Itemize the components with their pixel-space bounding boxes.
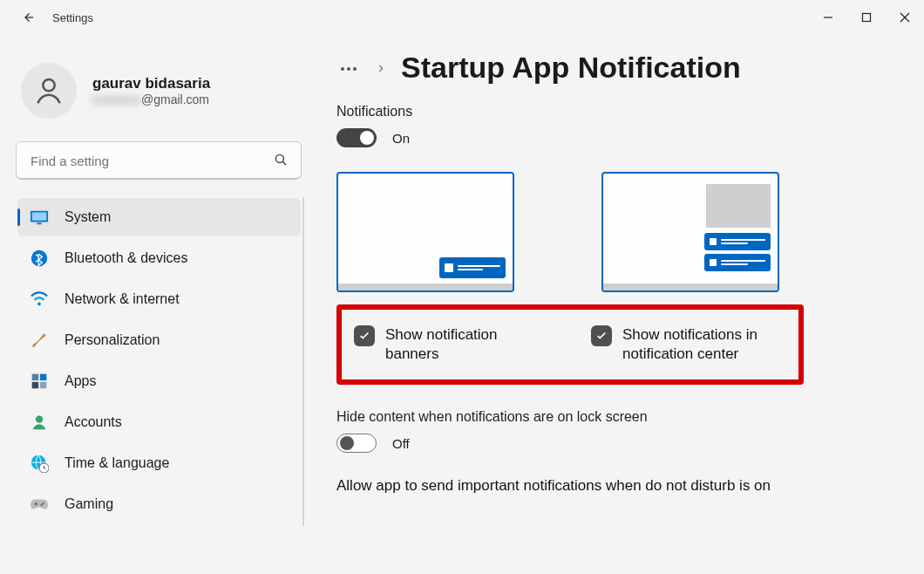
sidebar-item-network[interactable]: Network & internet — [17, 280, 301, 318]
svg-line-6 — [282, 161, 286, 165]
svg-rect-15 — [40, 382, 47, 389]
svg-rect-9 — [37, 222, 42, 224]
sidebar-item-accounts[interactable]: Accounts — [17, 403, 301, 441]
sidebar-item-apps[interactable]: Apps — [17, 362, 301, 400]
svg-point-20 — [41, 504, 43, 506]
search-box[interactable] — [16, 141, 302, 180]
notification-previews — [336, 172, 903, 292]
svg-rect-8 — [32, 213, 47, 221]
highlight-annotation: Show notification banners Show notificat… — [336, 304, 804, 385]
sidebar: gaurav bidasaria xxxxxxx@gmail.com Syste… — [0, 35, 314, 574]
preview-banner[interactable] — [336, 172, 514, 292]
back-button[interactable] — [19, 9, 37, 26]
breadcrumb: › Startup App Notification — [336, 51, 903, 85]
maximize-button[interactable] — [847, 0, 886, 35]
bluetooth-icon — [30, 249, 49, 268]
page-title: Startup App Notification — [401, 51, 741, 85]
minimize-button[interactable] — [809, 0, 847, 35]
sidebar-item-bluetooth[interactable]: Bluetooth & devices — [17, 239, 301, 277]
hide-content-toggle[interactable] — [336, 434, 377, 453]
hide-content-state: Off — [392, 436, 410, 451]
nav: System Bluetooth & devices Network & int… — [16, 195, 305, 526]
titlebar: Settings — [0, 0, 924, 35]
hide-content-label: Hide content when notifications are on l… — [336, 409, 903, 425]
sidebar-item-label: Network & internet — [65, 291, 180, 307]
profile-email: xxxxxxx@gmail.com — [92, 92, 210, 106]
svg-rect-1 — [863, 14, 871, 22]
svg-point-5 — [275, 154, 283, 162]
sidebar-item-label: Apps — [65, 373, 96, 389]
profile-block[interactable]: gaurav bidasaria xxxxxxx@gmail.com — [16, 38, 305, 136]
notifications-toggle[interactable] — [336, 128, 377, 147]
sidebar-item-personalization[interactable]: Personalization — [17, 321, 301, 359]
svg-point-11 — [37, 303, 41, 306]
sidebar-item-gaming[interactable]: Gaming — [17, 485, 301, 523]
close-button[interactable] — [886, 0, 924, 35]
accounts-icon — [30, 413, 49, 432]
show-banners-label: Show notification banners — [385, 325, 549, 364]
show-center-checkbox[interactable] — [591, 325, 612, 346]
search-input[interactable] — [29, 153, 273, 169]
svg-point-19 — [42, 502, 44, 504]
apps-icon — [30, 372, 49, 391]
notifications-label: Notifications — [336, 104, 903, 120]
svg-point-4 — [43, 79, 54, 91]
chevron-right-icon: › — [378, 58, 384, 77]
globe-clock-icon — [30, 454, 49, 473]
sidebar-item-label: Personalization — [65, 332, 160, 348]
svg-point-10 — [31, 250, 47, 266]
show-banners-checkbox[interactable] — [354, 325, 375, 346]
brush-icon — [30, 331, 49, 350]
sidebar-item-label: Bluetooth & devices — [65, 250, 187, 266]
search-icon — [273, 152, 289, 170]
sidebar-item-time[interactable]: Time & language — [17, 444, 301, 482]
preview-notification-center[interactable] — [601, 172, 779, 292]
wifi-icon — [30, 290, 49, 309]
sidebar-item-system[interactable]: System — [17, 198, 301, 236]
svg-rect-14 — [32, 382, 39, 389]
main-content: › Startup App Notification Notifications… — [314, 35, 924, 574]
notifications-state: On — [392, 131, 410, 146]
important-notifications-label: Allow app to send important notification… — [336, 477, 903, 495]
svg-point-16 — [36, 416, 43, 423]
breadcrumb-overflow-button[interactable] — [336, 59, 361, 77]
svg-rect-12 — [32, 374, 39, 381]
avatar — [21, 63, 77, 119]
show-center-label: Show notifications in notification cente… — [622, 325, 786, 364]
sidebar-item-label: Gaming — [65, 496, 113, 512]
sidebar-item-label: Accounts — [65, 414, 122, 430]
svg-rect-13 — [40, 374, 47, 381]
profile-name: gaurav bidasaria — [92, 75, 210, 92]
svg-rect-22 — [36, 502, 37, 506]
app-title: Settings — [52, 11, 93, 24]
window-controls — [809, 0, 924, 35]
gamepad-icon — [30, 495, 49, 514]
system-icon — [30, 208, 49, 227]
sidebar-item-label: System — [65, 209, 111, 225]
sidebar-item-label: Time & language — [65, 455, 169, 471]
